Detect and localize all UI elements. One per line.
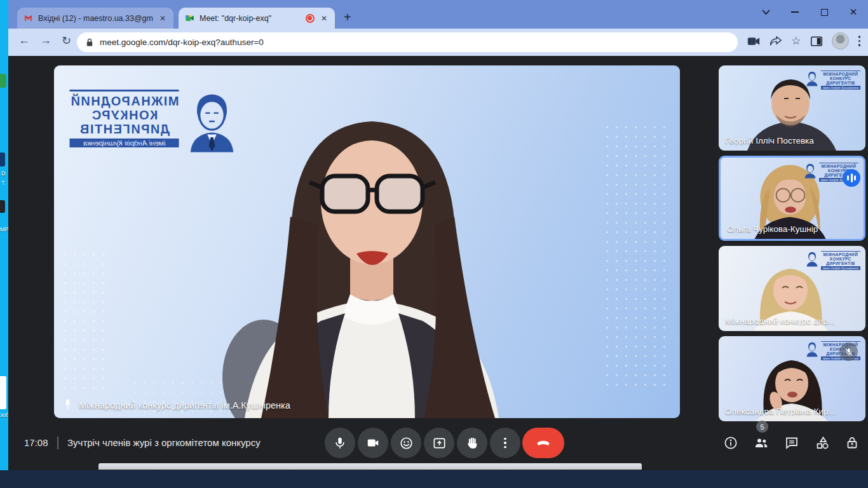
logo-line2: КОНКУРС [70,108,179,122]
participant-count-badge: 5 [756,421,768,433]
url-text: meet.google.com/dqr-koip-exq?authuser=0 [100,37,264,47]
side-panel-icon[interactable] [811,36,822,46]
participant-tile-speaking[interactable]: МІЖНАРОДНИЙ КОНКУРС ДИРИГЕНТІВ імені Анд… [719,156,865,241]
pinned-name-text: Міжнародний конкурс диригентів ім.А.Кушн… [79,400,290,410]
mic-button[interactable] [325,428,355,458]
end-call-button[interactable] [522,428,564,458]
present-button[interactable] [424,428,454,458]
meet-icon [185,13,194,23]
desktop-icon-dark2[interactable] [0,200,5,213]
more-options-button[interactable] [490,428,520,458]
windows-taskbar: Пошук [0,470,868,488]
url-bar[interactable]: meet.google.com/dqr-koip-exq?authuser=0 [77,32,738,52]
participant-tile-muted[interactable]: МІЖНАРОДНИЙ КОНКУРС ДИРИГЕНТІВ імені Анд… [719,336,865,421]
close-window-button[interactable]: ✕ [848,6,859,18]
nav-icons: ← → ↻ [18,34,71,48]
competition-logo-mirrored: МІЖНАРОДНИЙ КОНКУРС ДИРИГЕНТІВ імені Анд… [70,90,240,153]
competition-logo-small: МІЖНАРОДНИЙ КОНКУРС ДИРИГЕНТІВ імені Анд… [805,71,860,90]
forward-icon[interactable]: → [40,34,51,48]
maximize-button[interactable] [818,6,830,18]
lock-icon [86,38,93,47]
desktop-icon-label: MP [0,226,9,233]
host-controls-button[interactable] [844,435,860,451]
browser-menu-icon[interactable] [858,36,861,46]
pinned-name-badge: Міжнародний конкурс диригентів ім.А.Кушн… [63,399,290,411]
bookmark-star-icon[interactable]: ☆ [791,34,801,48]
screen: { "colors": { "accent_blue": "#1a73e8", … [0,0,868,488]
participant-tile[interactable]: МІЖНАРОДНИЙ КОНКУРС ДИРИГЕНТІВ імені Анд… [719,65,865,151]
tab-close-icon[interactable]: ✕ [320,14,329,23]
participant-name: Ольга Чурікова-Кушнір [727,224,818,234]
background-window-edge [98,463,642,470]
tab-meet-active[interactable]: Meet: "dqr-koip-exq" ✕ [179,8,335,29]
speaking-indicator-icon [843,169,860,187]
tab-strip: Вхідні (12) - maestro.ua.33@gm ✕ Meet: "… [8,0,868,29]
raise-hand-button[interactable] [457,428,487,458]
tab-title: Вхідні (12) - maestro.ua.33@gm [38,14,153,23]
profile-avatar[interactable] [832,32,849,50]
desktop-icon-label: D [1,170,6,177]
desktop-icon-green[interactable] [0,74,6,88]
pin-icon [63,399,72,411]
recording-indicator-icon [306,14,315,23]
kushnirenko-portrait-icon [184,90,240,153]
participant-name: Олександра Петрівна Кир... [725,407,836,416]
back-icon[interactable]: ← [18,34,30,48]
tab-title: Meet: "dqr-koip-exq" [200,14,301,23]
tab-close-icon[interactable]: ✕ [158,14,167,23]
window-controls: ✕ [760,5,859,19]
end-call-icon [535,435,552,451]
participant-name: Георгій Ілліч Постевка [725,136,814,146]
logo-banner: імені Андрія Кушніренка [70,139,179,147]
chat-button[interactable] [784,435,799,451]
meeting-info-button[interactable] [723,435,738,451]
camera-in-use-icon[interactable] [747,37,760,46]
logo-line3: ДИРИГЕНТІВ [70,122,179,136]
people-button[interactable] [754,435,769,451]
desktop-icon-document[interactable] [0,376,6,409]
meeting-clock: 17:08 [24,437,48,448]
reactions-button[interactable] [391,428,421,458]
participant-name: Міжнародний конкурс дир... [725,316,835,326]
reload-icon[interactable]: ↻ [62,34,71,48]
muted-mic-icon [839,342,858,361]
minimize-button[interactable] [789,6,801,18]
desktop-icon-label: T [1,180,5,186]
browser-window: Вхідні (12) - maestro.ua.33@gm ✕ Meet: "… [8,0,868,470]
meet-page: МІЖНАРОДНИЙ КОНКУРС ДИРИГЕНТІВ імені Анд… [8,56,868,470]
new-tab-button[interactable]: + [344,9,351,25]
divider [57,437,58,449]
main-video-tile[interactable]: МІЖНАРОДНИЙ КОНКУРС ДИРИГЕНТІВ імені Анд… [54,65,680,418]
toolbar-right-icons: ☆ [747,32,860,50]
gmail-icon [24,13,33,23]
meeting-title: Зучтріч членів журі з оргкомітетом конку… [67,437,261,448]
share-icon[interactable] [770,36,782,46]
logo-line1: МІЖНАРОДНИЙ [70,94,179,108]
competition-logo-small: МІЖНАРОДНИЙ КОНКУРС ДИРИГЕНТІВ імені Анд… [805,251,860,270]
desktop-icon-dark1[interactable] [0,152,5,166]
activities-button[interactable] [815,435,830,451]
camera-button[interactable] [358,428,388,458]
tab-search-chevron-icon[interactable] [760,6,771,18]
participant-tile[interactable]: МІЖНАРОДНИЙ КОНКУРС ДИРИГЕНТІВ імені Анд… [719,246,865,331]
tab-gmail[interactable]: Вхідні (12) - maestro.ua.33@gm ✕ [17,8,173,29]
kebab-icon [504,438,506,449]
